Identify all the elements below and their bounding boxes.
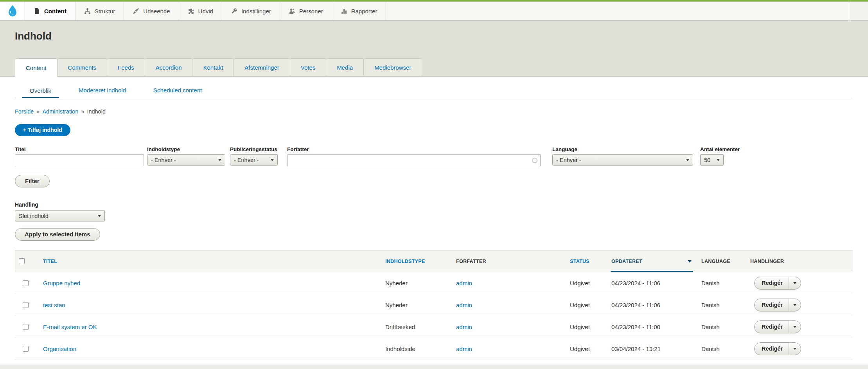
page-header: Indhold Content Comments Feeds Accordion… (0, 21, 868, 77)
drupal-home-button[interactable] (0, 2, 25, 20)
toolbar-item-udseende[interactable]: Udseende (124, 2, 179, 20)
sort-desc-icon (688, 260, 692, 263)
toolbar-item-label: Udseende (143, 8, 170, 14)
autocomplete-ring-icon (532, 158, 537, 163)
tab-modereret-indhold[interactable]: Modereret indhold (71, 82, 134, 98)
column-header-forfatter: FORFATTER (456, 259, 486, 264)
language-text: Danish (701, 346, 720, 352)
chevron-down-icon (793, 304, 796, 306)
tab-overblik[interactable]: Overblik (22, 83, 59, 98)
items-per-page-select[interactable]: 50 (700, 154, 724, 166)
author-filter-input[interactable] (287, 154, 541, 166)
edit-button[interactable]: Redigér (755, 321, 789, 333)
select-all-checkbox[interactable] (19, 258, 25, 264)
author-filter-label: Forfatter (287, 146, 541, 152)
status-text: Udgivet (570, 324, 590, 330)
breadcrumb-current: Indhold (87, 108, 106, 115)
tab-kontakt[interactable]: Kontakt (192, 58, 234, 76)
title-filter-label: Titel (15, 146, 144, 152)
status-filter-label: Publiceringsstatus (230, 146, 278, 152)
toolbar-item-udvid[interactable]: Udvid (179, 2, 222, 20)
tab-scheduled-content[interactable]: Scheduled content (146, 82, 210, 98)
drupal-logo-icon (6, 5, 19, 17)
table-row: E-mail system er OK Driftbesked admin Ud… (15, 316, 853, 338)
row-checkbox[interactable] (23, 346, 29, 352)
edit-button[interactable]: Redigér (755, 299, 789, 311)
author-link[interactable]: admin (456, 280, 472, 286)
tab-votes[interactable]: Votes (290, 58, 327, 76)
primary-tabs: Content Comments Feeds Accordion Kontakt… (15, 58, 853, 76)
table-row: Organisation Indholdside admin Udgivet 0… (15, 338, 853, 360)
toolbar-item-personer[interactable]: Personer (280, 2, 332, 20)
status-filter-value: - Enhver - (234, 157, 259, 163)
chevron-down-icon (98, 215, 101, 217)
content-title-link[interactable]: Organisation (43, 346, 76, 352)
content-title-link[interactable]: Gruppe nyhed (43, 280, 80, 286)
operations-toggle-button[interactable] (789, 299, 801, 311)
toolbar-tray-edge (849, 2, 868, 20)
bulk-action-label: Handling (15, 202, 853, 208)
language-text: Danish (701, 280, 720, 286)
chevron-down-icon (793, 326, 796, 328)
tab-afstemninger[interactable]: Afstemninger (234, 58, 290, 76)
edit-button[interactable]: Redigér (755, 343, 789, 355)
sort-by-opdateret-link[interactable]: OPDATERET (611, 259, 642, 264)
puzzle-icon (188, 8, 194, 14)
breadcrumb-separator: » (36, 108, 40, 115)
people-icon (289, 8, 295, 14)
barchart-icon (341, 8, 347, 14)
status-filter-select[interactable]: - Enhver - (230, 154, 278, 166)
tab-mediebrowser[interactable]: Mediebrowser (363, 58, 422, 76)
chevron-down-icon (271, 159, 274, 161)
language-filter-value: - Enhver - (556, 157, 581, 163)
items-per-page-label: Antal elementer (700, 146, 724, 152)
toolbar-item-rapporter[interactable]: Rapporter (332, 2, 386, 20)
toolbar-item-struktur[interactable]: Struktur (75, 2, 124, 20)
filter-submit-button[interactable]: Filter (15, 175, 50, 187)
status-text: Udgivet (570, 280, 590, 286)
author-link[interactable]: admin (456, 302, 472, 308)
table-header-row: TITEL INDHOLDSTYPE FORFATTER STATUS OPDA… (15, 250, 853, 272)
tab-comments[interactable]: Comments (57, 58, 108, 76)
operations-toggle-button[interactable] (789, 343, 801, 355)
row-checkbox[interactable] (23, 324, 29, 330)
items-per-page-value: 50 (704, 157, 710, 163)
language-filter-label: Language (552, 146, 693, 152)
author-link[interactable]: admin (456, 346, 472, 352)
language-text: Danish (701, 302, 720, 308)
content-type: Driftbesked (385, 324, 415, 330)
chevron-down-icon (793, 282, 796, 284)
breadcrumb-separator: » (81, 108, 84, 115)
main-content: Overblik Modereret indhold Scheduled con… (0, 77, 868, 365)
content-type: Nyheder (385, 302, 408, 308)
operations-toggle-button[interactable] (789, 321, 801, 333)
bottom-strip (0, 365, 868, 369)
toolbar-item-content[interactable]: Content (25, 2, 75, 20)
operations-toggle-button[interactable] (789, 277, 801, 289)
sort-by-indholdstype-link[interactable]: INDHOLDSTYPE (385, 259, 425, 264)
operations-dropbutton: Redigér (754, 342, 801, 355)
breadcrumb: Forside»Administration»Indhold (15, 108, 853, 115)
tab-content[interactable]: Content (15, 58, 58, 77)
sort-by-status-link[interactable]: STATUS (570, 259, 589, 264)
title-filter-input[interactable] (15, 154, 144, 166)
author-link[interactable]: admin (456, 324, 472, 330)
toolbar-item-indstillinger[interactable]: Indstillinger (222, 2, 280, 20)
page: Content Struktur Udseende Udvid (0, 0, 868, 369)
content-title-link[interactable]: test stan (43, 302, 65, 308)
language-filter-select[interactable]: - Enhver - (552, 154, 693, 166)
edit-button[interactable]: Redigér (755, 277, 789, 289)
type-filter-select[interactable]: - Enhver - (147, 154, 225, 166)
tab-accordion[interactable]: Accordion (145, 58, 193, 76)
row-checkbox[interactable] (23, 302, 29, 308)
breadcrumb-link-administration[interactable]: Administration (42, 108, 78, 115)
row-checkbox[interactable] (23, 280, 29, 286)
bulk-action-select[interactable]: Slet indhold (15, 210, 105, 221)
sort-by-titel-link[interactable]: TITEL (43, 259, 57, 264)
add-content-button[interactable]: + Tilføj indhold (15, 124, 70, 136)
tab-feeds[interactable]: Feeds (107, 58, 145, 76)
apply-to-selected-button[interactable]: Apply to selected items (15, 228, 100, 241)
breadcrumb-link-forside[interactable]: Forside (15, 108, 34, 115)
tab-media[interactable]: Media (326, 58, 364, 76)
content-title-link[interactable]: E-mail system er OK (43, 324, 97, 330)
